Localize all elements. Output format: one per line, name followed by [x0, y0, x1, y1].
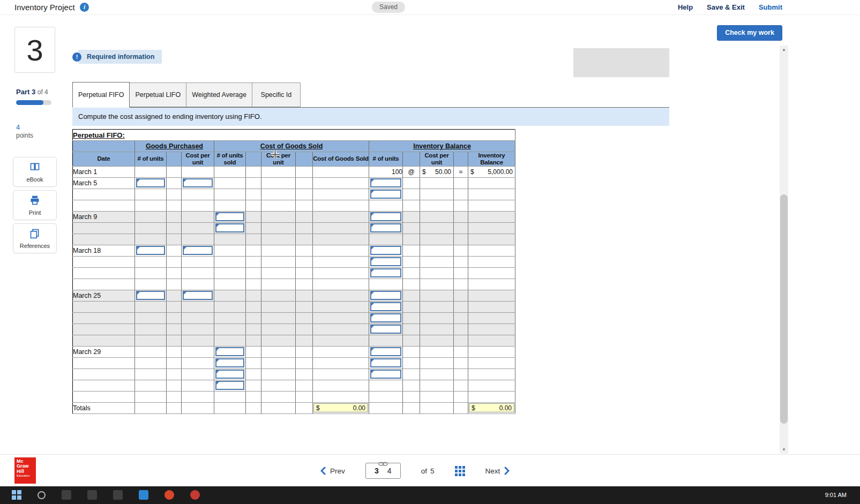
- input-cell[interactable]: [370, 302, 401, 311]
- cogs-cost-cell: [261, 177, 296, 189]
- gp-cost-cell: [182, 177, 214, 189]
- cogs-units-cell: [214, 200, 246, 211]
- input-cell[interactable]: [370, 325, 401, 334]
- input-cell[interactable]: [370, 347, 401, 356]
- cogs-units-cell: [214, 222, 246, 234]
- app-blue-icon[interactable]: [139, 490, 148, 500]
- date-cell: March 18: [73, 245, 135, 256]
- cogs-at-cell: [246, 234, 261, 245]
- input-cell[interactable]: [215, 212, 244, 221]
- app-dark-icon[interactable]: [62, 490, 71, 500]
- ib-total-cell: [468, 324, 515, 335]
- cogs-total-cell: [313, 234, 369, 245]
- input-cell[interactable]: [215, 347, 244, 356]
- input-cell[interactable]: [370, 246, 401, 255]
- input-cell[interactable]: [136, 178, 165, 187]
- app-dark-icon[interactable]: [87, 490, 97, 500]
- input-cell[interactable]: [215, 370, 244, 379]
- input-cell[interactable]: [370, 370, 401, 379]
- cogs-at-cell: [246, 177, 261, 189]
- help-link[interactable]: Help: [678, 3, 693, 11]
- input-cell[interactable]: [370, 291, 401, 300]
- scrollbar-thumb[interactable]: [780, 194, 788, 424]
- question-map-icon[interactable]: [455, 466, 465, 476]
- input-cell[interactable]: [136, 291, 165, 300]
- cogs-at-cell: [246, 391, 261, 402]
- gp-cost-cell: [182, 245, 214, 256]
- ib-cost-cell: [420, 234, 454, 245]
- ib-at-cell: [403, 312, 420, 324]
- input-cell[interactable]: [215, 223, 244, 232]
- gp-cost-cell: [182, 312, 214, 324]
- question-pager: Prev 3 4 of 5 Next: [320, 455, 510, 487]
- app-dark-icon[interactable]: [113, 490, 123, 500]
- cogs-cost-cell: [261, 245, 296, 256]
- submit-link[interactable]: Submit: [759, 3, 782, 11]
- ib-total-cell: [468, 256, 515, 267]
- gp-at-cell: [167, 380, 182, 391]
- ib-total-cell: [468, 312, 515, 324]
- tab-perpetual-fifo[interactable]: Perpetual FIFO: [72, 82, 130, 108]
- assignment-title: Inventory Project: [14, 3, 75, 12]
- ib-at-cell: [403, 267, 420, 279]
- date-cell: March 1: [73, 166, 135, 177]
- gp-at-cell: [167, 222, 182, 234]
- cogs-total-cell: [313, 279, 369, 290]
- next-button[interactable]: Next: [485, 467, 510, 475]
- gp-at-cell: [167, 245, 182, 256]
- search-icon[interactable]: [38, 491, 46, 499]
- input-cell[interactable]: [370, 268, 401, 277]
- input-cell[interactable]: [370, 257, 401, 266]
- cogs-eq-cell: [296, 211, 313, 222]
- scroll-up-arrow[interactable]: ▲: [780, 46, 788, 54]
- input-cell[interactable]: [215, 381, 244, 390]
- save-exit-link[interactable]: Save & Exit: [707, 3, 745, 11]
- vertical-scrollbar[interactable]: ▲ ▼: [780, 46, 788, 454]
- prev-label: Prev: [330, 467, 345, 475]
- tab-specific-id[interactable]: Specific Id: [252, 82, 301, 107]
- input-cell[interactable]: [370, 190, 401, 199]
- start-icon[interactable]: [12, 490, 21, 500]
- value-cell: $50.00: [420, 167, 453, 177]
- ib-eq-cell: [454, 357, 468, 368]
- gp-units-cell: [135, 279, 167, 290]
- cogs-cost-cell: [261, 324, 296, 335]
- check-my-work-button[interactable]: Check my work: [717, 25, 782, 41]
- prev-button[interactable]: Prev: [320, 467, 345, 475]
- cogs-total-cell: [313, 245, 369, 256]
- input-cell[interactable]: [370, 178, 401, 187]
- ib-eq-cell: [454, 211, 468, 222]
- ib-total-cell: [468, 245, 515, 256]
- tab-perpetual-lifo[interactable]: Perpetual LIFO: [129, 82, 186, 107]
- input-cell[interactable]: [370, 358, 401, 367]
- input-cell[interactable]: [183, 291, 213, 300]
- input-cell[interactable]: [136, 246, 165, 255]
- ib-cost-cell: [420, 200, 454, 211]
- gp-units-cell: [135, 402, 167, 413]
- cogs-cost-cell: [261, 267, 296, 279]
- ib-total-cell: [468, 357, 515, 368]
- scroll-down-arrow[interactable]: ▼: [780, 446, 788, 454]
- chevron-right-icon: [504, 467, 510, 475]
- input-cell[interactable]: [370, 223, 401, 232]
- input-cell[interactable]: [183, 178, 213, 187]
- part-label: Part 3: [16, 88, 35, 96]
- ebook-button[interactable]: eBook: [13, 157, 57, 187]
- ib-units-cell: [369, 222, 403, 234]
- input-cell[interactable]: [370, 212, 401, 221]
- date-cell: [73, 391, 135, 402]
- tab-weighted-average[interactable]: Weighted Average: [186, 82, 252, 107]
- print-button[interactable]: Print: [13, 190, 57, 220]
- ib-at-cell: [403, 335, 420, 346]
- app-red-icon[interactable]: [164, 490, 174, 500]
- input-cell[interactable]: [183, 246, 213, 255]
- gp-at-cell: [167, 256, 182, 267]
- references-button[interactable]: References: [13, 223, 57, 253]
- input-cell[interactable]: [370, 313, 401, 322]
- info-icon[interactable]: i: [80, 3, 89, 12]
- ib-total-cell: [468, 346, 515, 357]
- ib-units-cell: [369, 267, 403, 279]
- app-red2-icon[interactable]: [190, 490, 200, 500]
- required-information-label: Required information: [78, 50, 162, 64]
- input-cell[interactable]: [215, 358, 244, 367]
